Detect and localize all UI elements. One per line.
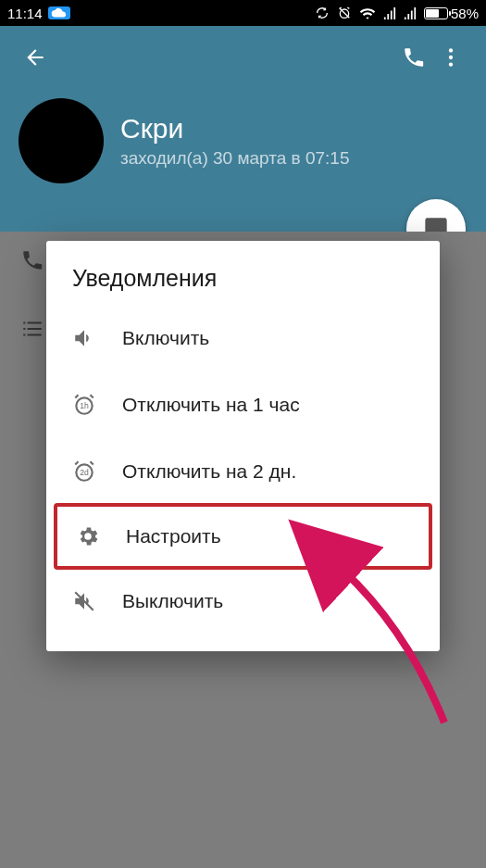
more-button[interactable] (432, 39, 469, 76)
option-customize[interactable]: Настроить (54, 503, 432, 570)
option-mute-2d[interactable]: 2d Отключить на 2 дн. (46, 438, 440, 505)
option-label: Отключить на 2 дн. (122, 460, 296, 483)
signal-2-icon (404, 6, 417, 19)
dialog-title: Уведомления (46, 265, 440, 305)
alarm-off-icon (337, 6, 352, 20)
cloud-sync-icon (48, 6, 70, 19)
avatar[interactable] (19, 98, 104, 183)
option-disable[interactable]: Выключить (46, 568, 440, 635)
call-button[interactable] (395, 39, 432, 76)
svg-text:1h: 1h (80, 401, 89, 410)
svg-text:2d: 2d (80, 468, 89, 477)
alarm-1h-icon: 1h (72, 393, 122, 417)
gear-icon (76, 524, 126, 548)
option-label: Отключить на 1 час (122, 394, 300, 416)
option-label: Включить (122, 327, 209, 349)
volume-on-icon (72, 326, 122, 350)
profile-name: Скри (120, 113, 349, 145)
sync-icon (315, 6, 330, 20)
status-time: 11:14 (7, 6, 43, 21)
svg-point-1 (449, 48, 453, 52)
signal-1-icon (383, 6, 396, 19)
profile-header: Скри заходил(а) 30 марта в 07:15 (0, 26, 486, 232)
option-label: Настроить (126, 525, 221, 547)
battery-indicator: 58% (424, 6, 479, 21)
svg-point-3 (449, 62, 453, 66)
svg-point-2 (449, 56, 453, 59)
last-seen: заходил(а) 30 марта в 07:15 (120, 148, 349, 169)
back-button[interactable] (17, 39, 54, 76)
option-label: Выключить (122, 590, 223, 612)
wifi-icon (359, 6, 376, 19)
battery-percent: 58% (451, 6, 479, 21)
option-mute-1h[interactable]: 1h Отключить на 1 час (46, 371, 440, 438)
volume-off-icon (72, 589, 122, 613)
option-enable[interactable]: Включить (46, 305, 440, 371)
alarm-2d-icon: 2d (72, 459, 122, 484)
notifications-dialog: Уведомления Включить 1h Отключить на 1 ч… (46, 241, 440, 651)
status-bar: 11:14 58% (0, 0, 486, 26)
